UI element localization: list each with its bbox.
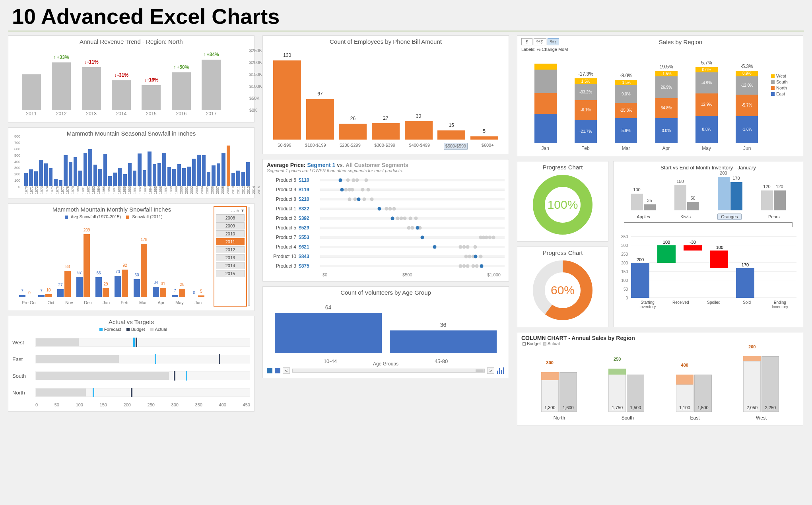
histo-x-axis: $0-$99$100-$199$200-$299$300-$399$400-$4…	[271, 143, 501, 150]
slicer-year-2008[interactable]: 2008	[216, 214, 245, 221]
monthly-bars: 707102788672096629709260178343172805	[16, 231, 207, 297]
legend-actual: Actual	[155, 327, 167, 332]
dot-title: Average Price: Segment 1 vs. All Custome…	[267, 162, 505, 168]
monthly-title: Mammoth Mountain Monthly Snowfall Inches	[12, 206, 211, 213]
seasonal-x-axis: 1970197119721973197419751976197719781979…	[12, 186, 250, 194]
chart-sales-by-region: $ %∑ %↕ Sales by Region Labels: % Change…	[517, 35, 803, 156]
chart-annual-sales-region: COLUMN CHART - Annual Sales by Region Bu…	[517, 332, 803, 426]
vol-slider-right[interactable]: >	[487, 367, 494, 374]
vol-series2-icon[interactable]	[275, 368, 280, 373]
chart-progress-60: Progress Chart 60%	[517, 247, 608, 327]
revenue-x-axis: 2011201220132014201520162017	[16, 111, 226, 118]
sbr-title: Sales by Region	[562, 39, 799, 45]
asr-columns: 1,3003001,6001,7502501,5001,1004001,5002…	[525, 350, 795, 412]
monthly-legend: Avg Snowfall (1970-2015) Snowfall (2011)	[12, 214, 211, 219]
slicer-more-icon[interactable]: …	[231, 208, 235, 213]
sbr-x-axis: JanFebMarAprMayJun	[525, 146, 767, 151]
seasonal-title: Mammoth Mountain Seasonal Snowfall in In…	[12, 130, 250, 137]
slicer-year-2012[interactable]: 2012	[216, 246, 245, 253]
dot-subtitle: Segment 1 prices are LOWER than other se…	[267, 168, 505, 173]
chart-revenue-trend: Annual Revenue Trend - Region: North $0K…	[8, 35, 254, 122]
sbr-labels-text: Labels: % Change MoM	[521, 47, 799, 52]
legend-swatch-avg	[65, 216, 68, 219]
monthly-x-axis: Pre OctOctNovDecJanFebMarAprMayJun	[16, 300, 207, 305]
vol-slider-left[interactable]: <	[283, 367, 290, 374]
inventory-bracket	[624, 222, 793, 227]
dot-title-seg: Segment 1	[307, 162, 335, 168]
inv-title: Start vs End of Month Inventory - Januar…	[618, 165, 799, 171]
slicer-clear-icon[interactable]: ⎌	[237, 208, 239, 213]
dot-rows: Product 6$110Product 9$119Product 8$210P…	[267, 175, 505, 271]
histo-title: Count of Employees by Phone Bill Amount	[267, 38, 505, 45]
legend-budget-swatch	[126, 328, 130, 331]
prog60-title: Progress Chart	[520, 249, 606, 256]
sbr-btn-dollar[interactable]: $	[521, 38, 532, 45]
chart-actual-vs-targets: Actual vs Targets Forecast Budget Actual…	[8, 316, 254, 412]
year-slicer[interactable]: … ⎌ ▼ 20082009201020112012201320142015	[214, 206, 247, 307]
vol-slider[interactable]	[292, 369, 485, 373]
dot-x-axis: $0$500$1,000	[267, 271, 505, 277]
wf-gridlines: 200100-30-100170	[631, 237, 796, 298]
vol-xlabel: Age Groups	[267, 361, 505, 367]
avt-rows: WestEastSouthNorth	[12, 332, 250, 401]
slicer-year-2013[interactable]: 2013	[216, 254, 245, 261]
avt-x-axis: 050100150200250300350400450	[12, 401, 250, 407]
slicer-toolbar: … ⎌ ▼	[215, 208, 245, 214]
chart-seasonal-snowfall: Mammoth Mountain Seasonal Snowfall in In…	[8, 127, 254, 198]
vol-bars: 6436	[275, 309, 497, 353]
slicer-year-2010[interactable]: 2010	[216, 230, 245, 237]
revenue-bars: +33%-11%-31%-16%+50%+34%	[16, 50, 226, 110]
histo-bars: 13067262730155	[271, 50, 501, 140]
asr-legend-actual: Actual	[548, 341, 560, 346]
chart-progress-100: Progress Chart 100%	[517, 161, 608, 242]
legend-swatch-sel	[126, 216, 129, 219]
wf-y-axis: 050100150200250300350	[618, 237, 629, 298]
chart-phone-bill-histogram: Count of Employees by Phone Bill Amount …	[262, 35, 509, 154]
sbr-btn-pctmom[interactable]: %↕	[548, 38, 559, 45]
legend-forecast: Forecast	[104, 327, 121, 332]
asr-legend-actual-swatch	[543, 342, 546, 346]
legend-forecast-swatch	[99, 328, 103, 331]
legend-budget: Budget	[131, 327, 145, 332]
sbr-button-group: $ %∑ %↕	[521, 38, 559, 45]
sbr-columns: -21.7%-6.1%-33.2%1.5%-17.3%5.6%-25.8%9.0…	[525, 62, 767, 143]
slicer-funnel-icon[interactable]: ▼	[241, 208, 245, 213]
chart-inventory: Start vs End of Month Inventory - Januar…	[613, 161, 803, 327]
dot-title-mid: vs.	[335, 162, 346, 168]
prog100-label: 100%	[531, 173, 594, 237]
slicer-year-2014[interactable]: 2014	[216, 262, 245, 269]
asr-x-axis: NorthSouthEastWest	[525, 415, 795, 421]
dot-title-all: All Customer Segments	[346, 162, 408, 168]
asr-legend: Budget Actual	[521, 341, 799, 346]
legend-actual-swatch	[150, 328, 153, 331]
prog60-label: 60%	[531, 258, 594, 322]
inv-grouped-bars: 1003515050200170120120	[622, 175, 795, 210]
avt-title: Actual vs Targets	[12, 319, 250, 325]
vol-title: Count of Volunteers by Age Group	[267, 289, 505, 296]
chart-volunteers: Count of Volunteers by Age Group 6436 10…	[262, 286, 509, 378]
sbr-btn-pctsum[interactable]: %∑	[534, 38, 546, 45]
chart-monthly-snowfall: Mammoth Mountain Monthly Snowfall Inches…	[8, 203, 254, 311]
asr-legend-budget: Budget	[527, 341, 541, 346]
slicer-year-2011[interactable]: 2011	[216, 238, 245, 245]
vol-series1-icon[interactable]	[267, 368, 272, 373]
revenue-trend-title: Annual Revenue Trend - Region: North	[12, 38, 250, 45]
asr-title: COLUMN CHART - Annual Sales by Region	[521, 335, 799, 341]
slicer-scrollbar[interactable]	[248, 207, 250, 306]
legend-avg-label: Avg Snowfall (1970-2015)	[71, 214, 121, 219]
seasonal-bars	[12, 138, 250, 186]
avt-legend: Forecast Budget Actual	[12, 327, 250, 332]
inv-x-axis: ApplesKiwisOrangesPears	[622, 214, 795, 220]
slicer-year-2015[interactable]: 2015	[216, 270, 245, 277]
seasonal-y-axis: 0100200300400500600700800	[10, 136, 20, 187]
page-title: 10 Advanced Excel Charts	[8, 0, 804, 31]
dot-title-prefix: Average Price:	[267, 162, 307, 168]
chart-avg-price-dot: Average Price: Segment 1 vs. All Custome…	[262, 159, 509, 282]
chart-inventory-waterfall: 050100150200250300350 200100-30-100170 S…	[618, 233, 799, 309]
sbr-legend: WestSouthNorthEast	[771, 52, 799, 152]
wf-x-axis: Starting InventoryReceivedSpoiledSoldEnd…	[631, 300, 796, 309]
prog100-title: Progress Chart	[520, 164, 606, 171]
asr-legend-budget-swatch	[523, 342, 526, 346]
bar-chart-icon[interactable]	[497, 367, 505, 374]
slicer-year-2009[interactable]: 2009	[216, 222, 245, 229]
